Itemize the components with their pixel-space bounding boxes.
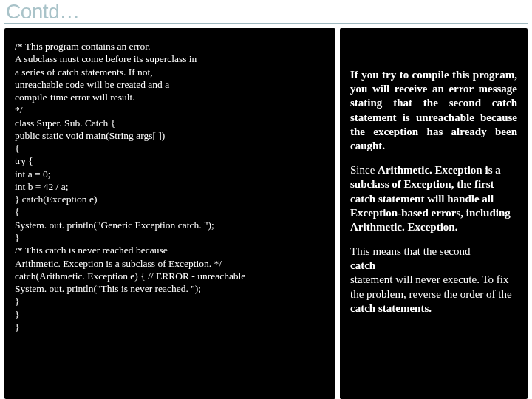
slide-header: Contd… [0,0,532,25]
explanation-paragraph: If you try to compile this program, you … [350,68,517,153]
text-run: catch [350,259,375,271]
code-panel: /* This program contains an error. A sub… [4,28,335,399]
code-line: } catch(Exception e) [15,193,325,205]
code-line: A subclass must come before its supercla… [15,52,325,65]
code-line: /* This catch is never reached because [15,244,325,256]
title-underline [4,21,528,24]
explanation-paragraph: This means that the second catch stateme… [350,245,517,316]
text-run: catch statements. [350,302,432,314]
text-run: statement will never execute. To fix the… [350,273,512,299]
text-run: Arithmetic. Exception [378,164,485,176]
code-line: } [15,308,325,321]
code-line: a series of catch statements. If not, [15,66,325,78]
code-line: catch(Arithmetic. Exception e) { // ERRO… [15,270,325,282]
text-run: Since [350,164,378,176]
code-line: class Super. Sub. Catch { [15,117,325,129]
explanation-paragraph: Since Arithmetic. Exception is a subclas… [350,163,517,234]
code-line: System. out. println("Generic Exception … [15,219,325,231]
code-line: { [15,205,325,218]
code-line: } [15,295,325,307]
explanation-panel: If you try to compile this program, you … [340,28,528,399]
code-line: /* This program contains an error. [15,40,325,52]
code-line: int a = 0; [15,168,325,180]
code-line: public static void main(String args[ ]) [15,129,325,142]
code-line: try { [15,154,325,167]
code-line: { [15,142,325,154]
slide-content: /* This program contains an error. A sub… [0,25,532,399]
text-run: Arithmetic. Exception. [350,221,457,233]
code-line: } [15,321,325,333]
code-line: System. out. println("This is never reac… [15,282,325,295]
code-line: compile-time error will result. [15,91,325,103]
text-run: This means that the second [350,245,470,257]
code-line: } [15,231,325,244]
code-line: */ [15,103,325,116]
code-line: int b = 42 / a; [15,180,325,193]
code-line: unreachable code will be created and a [15,78,325,91]
code-line: Arithmetic. Exception is a subclass of E… [15,257,325,270]
text-run: Exception-based errors, including [350,207,511,219]
